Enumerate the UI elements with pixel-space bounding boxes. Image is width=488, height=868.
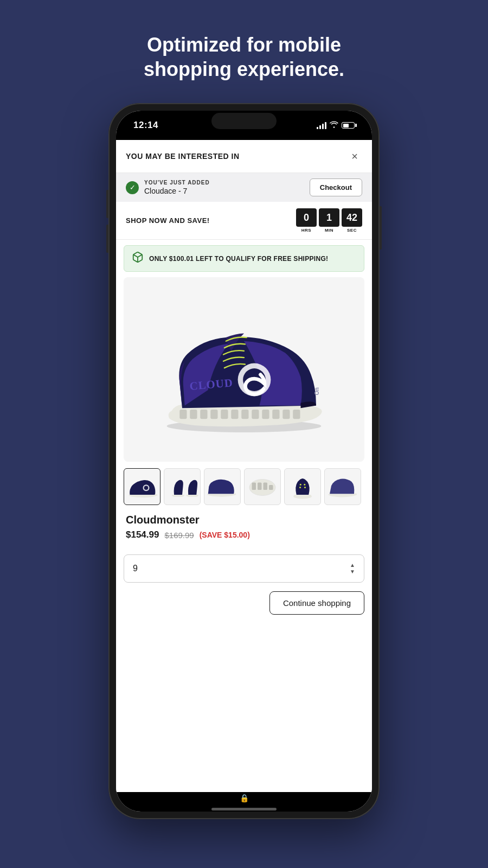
timer-display: 0 HRS 1 MIN 42 SEC <box>296 208 362 233</box>
dynamic-island <box>211 113 277 129</box>
modal-title: YOU MAY BE INTERESTED IN <box>126 152 240 161</box>
svg-rect-26 <box>258 483 262 486</box>
svg-rect-9 <box>252 410 259 419</box>
svg-rect-3 <box>190 410 197 419</box>
price-save: (SAVE $15.00) <box>200 531 250 539</box>
svg-rect-11 <box>272 410 279 419</box>
thumbnail-4[interactable] <box>244 468 281 505</box>
svg-rect-24 <box>269 485 273 490</box>
svg-rect-5 <box>210 410 217 419</box>
timer-seconds-value: 42 <box>342 208 362 227</box>
thumbnail-1[interactable] <box>124 468 160 505</box>
signal-bar-2 <box>319 125 321 129</box>
vol-down-button <box>106 225 108 253</box>
svg-rect-27 <box>264 483 268 486</box>
shop-now-label: SHOP NOW AND SAVE! <box>126 216 210 225</box>
timer-hours-value: 0 <box>296 208 317 227</box>
phone-screen: 12:14 <box>116 111 372 812</box>
phone-mockup: 12:14 <box>108 103 380 819</box>
thumbnail-6[interactable] <box>324 468 361 505</box>
thumbnail-row <box>116 462 372 512</box>
svg-rect-6 <box>221 410 228 419</box>
arrow-down-icon[interactable]: ▼ <box>350 569 355 575</box>
check-icon: ✓ <box>126 181 139 194</box>
svg-point-31 <box>304 487 306 488</box>
svg-text:On: On <box>314 387 320 395</box>
shoe-image: CLOUD <box>124 277 364 462</box>
close-button[interactable]: × <box>347 149 362 164</box>
signal-bar-4 <box>325 122 326 129</box>
svg-rect-12 <box>282 410 290 419</box>
thumbnail-5[interactable] <box>284 468 321 505</box>
thumbnail-2[interactable] <box>164 468 201 505</box>
svg-rect-7 <box>231 410 238 419</box>
timer-hours: 0 HRS <box>296 208 317 233</box>
vol-up-button <box>106 190 108 218</box>
size-value: 9 <box>133 564 138 573</box>
arrow-up-icon[interactable]: ▲ <box>350 563 355 568</box>
modal-header: YOU MAY BE INTERESTED IN × <box>116 140 372 173</box>
product-image: CLOUD <box>124 277 364 462</box>
svg-rect-25 <box>252 483 256 486</box>
size-selector[interactable]: 9 ▲ ▼ <box>124 554 364 583</box>
timer-hours-label: HRS <box>301 228 311 233</box>
shipping-text: ONLY $100.01 LEFT TO QUALIFY FOR FREE SH… <box>149 255 328 263</box>
price-row: $154.99 $169.99 (SAVE $15.00) <box>126 529 362 540</box>
added-product-name: Cloudace - 7 <box>144 187 210 195</box>
power-button <box>380 206 382 250</box>
svg-rect-8 <box>241 410 248 419</box>
svg-point-29 <box>304 484 305 486</box>
thumbnail-3[interactable] <box>204 468 241 505</box>
timer-minutes-value: 1 <box>319 208 339 227</box>
timer-minutes: 1 MIN <box>319 208 339 233</box>
continue-shopping-button[interactable]: Continue shopping <box>269 591 364 615</box>
price-current: $154.99 <box>126 529 159 540</box>
continue-shopping-container: Continue shopping <box>124 591 364 615</box>
home-indicator: 🔒 <box>116 792 372 812</box>
lock-icon: 🔒 <box>240 794 249 802</box>
svg-rect-4 <box>200 410 207 419</box>
timer-minutes-label: MIN <box>325 228 333 233</box>
timer-seconds: 42 SEC <box>342 208 362 233</box>
checkout-button[interactable]: Checkout <box>310 178 362 196</box>
page-headline: Optimized for mobile shopping experience… <box>144 33 344 81</box>
home-bar <box>211 808 277 810</box>
status-icons <box>317 121 357 130</box>
app-content[interactable]: YOU MAY BE INTERESTED IN × ✓ YOU'VE JUST… <box>116 140 372 792</box>
signal-icon <box>317 122 326 129</box>
stepper-arrows[interactable]: ▲ ▼ <box>350 563 355 575</box>
signal-bar-3 <box>322 124 324 129</box>
added-info: YOU'VE JUST ADDED Cloudace - 7 <box>144 180 210 195</box>
svg-rect-10 <box>262 410 269 419</box>
box-icon <box>132 251 144 266</box>
shipping-banner: ONLY $100.01 LEFT TO QUALIFY FOR FREE SH… <box>124 245 364 272</box>
status-time: 12:14 <box>133 120 158 131</box>
battery-icon <box>342 122 357 129</box>
svg-point-30 <box>299 487 301 488</box>
svg-point-28 <box>300 484 301 486</box>
timer-section: SHOP NOW AND SAVE! 0 HRS 1 MIN 42 SEC <box>116 202 372 240</box>
product-name: Cloudmonster <box>126 514 362 526</box>
timer-seconds-label: SEC <box>347 228 357 233</box>
svg-rect-2 <box>179 410 187 419</box>
product-info: Cloudmonster $154.99 $169.99 (SAVE $15.0… <box>116 512 372 547</box>
signal-bar-1 <box>317 127 318 129</box>
added-left: ✓ YOU'VE JUST ADDED Cloudace - 7 <box>126 180 210 195</box>
svg-rect-13 <box>293 410 300 419</box>
added-banner: ✓ YOU'VE JUST ADDED Cloudace - 7 Checkou… <box>116 173 372 202</box>
price-original: $169.99 <box>164 531 194 540</box>
added-label: YOU'VE JUST ADDED <box>144 180 210 186</box>
wifi-icon <box>330 121 338 130</box>
svg-point-19 <box>144 486 149 490</box>
